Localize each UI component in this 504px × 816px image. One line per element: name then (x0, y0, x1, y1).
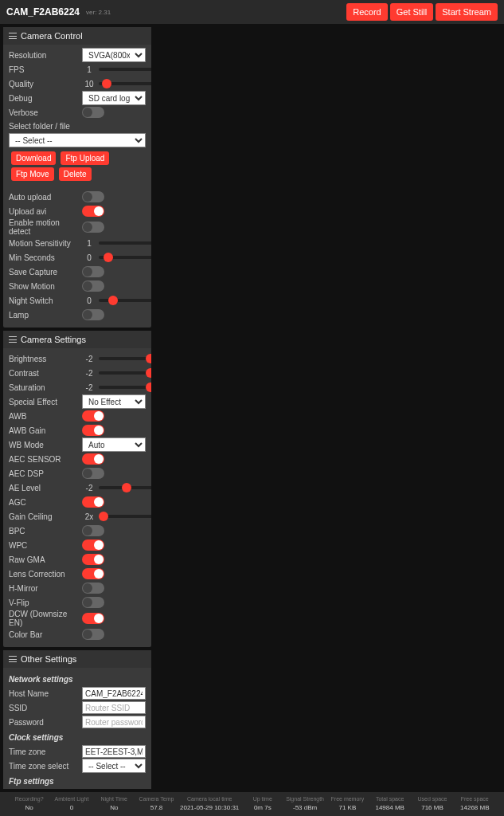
awb-label: AWB (9, 412, 82, 421)
wpc-toggle[interactable] (82, 539, 104, 551)
motion-sensitivity-label: Motion Sensitivity (9, 239, 82, 248)
awb-gain-toggle[interactable] (82, 425, 104, 436)
clock-settings-heading: Clock settings (9, 729, 146, 744)
enable-motion-toggle[interactable] (82, 222, 104, 233)
camera-settings-panel: Camera Settings Brightness -22 Contrast … (3, 331, 151, 647)
save-capture-label: Save Capture (9, 268, 82, 277)
ftp-move-button[interactable]: Ftp Move (11, 167, 54, 181)
fps-min: 1 (82, 65, 96, 74)
color-bar-toggle[interactable] (82, 629, 104, 640)
ssid-label: SSID (9, 704, 82, 712)
status-free-mem: Free memory71 KB (326, 796, 369, 812)
night-switch-label: Night Switch (9, 296, 82, 305)
h-mirror-label: H-Mirror (9, 584, 82, 593)
verbose-toggle[interactable] (82, 107, 104, 118)
gain-ceiling-label: Gain Ceiling (9, 512, 82, 521)
save-capture-toggle[interactable] (82, 266, 104, 277)
awb-toggle[interactable] (82, 410, 104, 422)
folder-select[interactable]: -- Select -- (9, 133, 146, 147)
v-flip-toggle[interactable] (82, 597, 104, 608)
quality-slider[interactable] (99, 82, 151, 85)
aec-dsp-toggle[interactable] (82, 468, 104, 479)
motion-sensitivity-slider[interactable] (99, 241, 151, 245)
select-folder-label: Select folder / file (9, 120, 146, 133)
special-effect-label: Special Effect (9, 398, 82, 406)
show-motion-toggle[interactable] (82, 280, 104, 292)
camera-control-title: Camera Control (21, 31, 83, 41)
password-input[interactable] (82, 716, 146, 728)
debug-label: Debug (9, 94, 82, 103)
host-name-input[interactable] (82, 687, 146, 700)
upload-avi-toggle[interactable] (82, 206, 104, 217)
auto-upload-toggle[interactable] (82, 191, 104, 202)
min-seconds-slider[interactable] (99, 256, 151, 259)
camera-settings-title: Camera Settings (21, 335, 86, 344)
wb-mode-label: WB Mode (9, 441, 82, 449)
lamp-label: Lamp (9, 311, 82, 320)
aec-dsp-label: AEC DSP (9, 469, 82, 478)
status-total-space: Total space14984 MB (369, 796, 411, 812)
ae-level-label: AE Level (9, 484, 82, 492)
ssid-input[interactable] (82, 701, 146, 714)
other-settings-header[interactable]: Other Settings (3, 650, 151, 668)
start-stream-button[interactable]: Start Stream (436, 3, 498, 21)
status-ambient: Ambient Light0 (50, 796, 92, 812)
status-temp: Camera Temp57.8 (135, 796, 178, 812)
ftp-settings-heading: Ftp settings (9, 773, 146, 788)
other-settings-panel: Other Settings Network settings Host Nam… (3, 650, 151, 789)
time-zone-select-label: Time zone select (9, 762, 82, 771)
min-seconds-label: Min Seconds (9, 253, 82, 262)
upload-avi-label: Upload avi (9, 207, 82, 216)
password-label: Password (9, 718, 82, 727)
v-flip-label: V-Flip (9, 598, 82, 607)
lens-correction-toggle[interactable] (82, 568, 104, 579)
dcw-toggle[interactable] (82, 613, 104, 624)
agc-toggle[interactable] (82, 496, 104, 508)
delete-button[interactable]: Delete (59, 167, 92, 181)
time-zone-input[interactable] (82, 745, 146, 758)
resolution-select[interactable]: SVGA(800x600) (82, 48, 146, 62)
host-name-label: Host Name (9, 689, 82, 698)
time-zone-select[interactable]: -- Select -- (82, 759, 146, 773)
hamburger-icon (9, 33, 17, 39)
record-button[interactable]: Record (346, 3, 387, 21)
fps-label: FPS (9, 65, 82, 74)
dcw-label: DCW (Downsize EN) (9, 610, 82, 627)
camera-control-panel: Camera Control Resolution SVGA(800x600) … (3, 27, 151, 328)
saturation-slider[interactable] (99, 386, 151, 389)
aec-sensor-label: AEC SENSOR (9, 455, 82, 464)
awb-gain-label: AWB Gain (9, 426, 82, 435)
bpc-toggle[interactable] (82, 525, 104, 536)
lamp-toggle[interactable] (82, 309, 104, 320)
raw-gma-toggle[interactable] (82, 554, 104, 565)
time-zone-label: Time zone (9, 747, 82, 756)
ftp-upload-button[interactable]: Ftp Upload (61, 151, 109, 165)
quality-label: Quality (9, 80, 82, 88)
status-local-time: Camera local time2021-05-29 10:30:31 (178, 796, 241, 812)
status-uptime: Up time0m 7s (241, 796, 283, 812)
camera-control-header[interactable]: Camera Control (3, 27, 151, 45)
gain-ceiling-slider[interactable] (99, 515, 151, 518)
status-night: Night TimeNo (93, 796, 135, 812)
h-mirror-toggle[interactable] (82, 583, 104, 594)
download-button[interactable]: Download (11, 151, 56, 165)
auto-upload-label: Auto upload (9, 193, 82, 202)
fps-slider[interactable] (99, 68, 151, 71)
camera-settings-header[interactable]: Camera Settings (3, 331, 151, 348)
bpc-label: BPC (9, 527, 82, 536)
wb-mode-select[interactable]: Auto (82, 437, 146, 452)
ae-level-slider[interactable] (99, 486, 151, 489)
camera-name: CAM_F2AB6224 (6, 6, 80, 18)
get-still-button[interactable]: Get Still (390, 3, 434, 21)
brightness-slider[interactable] (99, 357, 151, 360)
brightness-label: Brightness (9, 355, 82, 363)
quality-min: 10 (82, 80, 96, 88)
contrast-slider[interactable] (99, 371, 151, 375)
debug-select[interactable]: SD card log.txt (82, 91, 146, 105)
aec-sensor-toggle[interactable] (82, 453, 104, 465)
lens-correction-label: Lens Correction (9, 570, 82, 579)
special-effect-select[interactable]: No Effect (82, 394, 146, 409)
version-label: ver: 2.31 (86, 9, 111, 16)
header-bar: CAM_F2AB6224 ver: 2.31 Record Get Still … (0, 0, 504, 24)
night-switch-slider[interactable] (99, 299, 151, 302)
